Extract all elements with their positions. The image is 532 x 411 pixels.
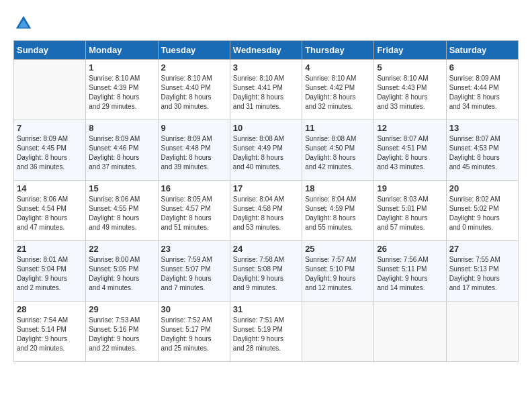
week-row-1: 7Sunrise: 8:09 AM Sunset: 4:45 PM Daylig… (14, 120, 519, 181)
day-info: Sunrise: 7:57 AM Sunset: 5:10 PM Dayligh… (305, 255, 371, 293)
calendar-cell: 13Sunrise: 8:07 AM Sunset: 4:53 PM Dayli… (446, 120, 518, 181)
day-number: 20 (449, 183, 515, 193)
day-info: Sunrise: 8:10 AM Sunset: 4:42 PM Dayligh… (305, 74, 371, 111)
calendar-cell: 3Sunrise: 8:10 AM Sunset: 4:41 PM Daylig… (230, 60, 302, 120)
calendar-cell: 29Sunrise: 7:53 AM Sunset: 5:16 PM Dayli… (86, 302, 158, 362)
day-info: Sunrise: 8:03 AM Sunset: 5:01 PM Dayligh… (377, 195, 443, 232)
calendar-cell: 2Sunrise: 8:10 AM Sunset: 4:40 PM Daylig… (158, 60, 230, 120)
weekday-thursday: Thursday (302, 41, 374, 60)
calendar-cell: 5Sunrise: 8:10 AM Sunset: 4:43 PM Daylig… (374, 60, 446, 120)
calendar-cell: 30Sunrise: 7:52 AM Sunset: 5:17 PM Dayli… (158, 302, 230, 362)
calendar-cell: 15Sunrise: 8:06 AM Sunset: 4:55 PM Dayli… (86, 181, 158, 241)
calendar-cell: 4Sunrise: 8:10 AM Sunset: 4:42 PM Daylig… (302, 60, 374, 120)
day-number: 27 (449, 244, 515, 254)
calendar-cell: 22Sunrise: 8:00 AM Sunset: 5:05 PM Dayli… (86, 241, 158, 302)
calendar-cell: 8Sunrise: 8:09 AM Sunset: 4:46 PM Daylig… (86, 120, 158, 181)
day-info: Sunrise: 7:55 AM Sunset: 5:13 PM Dayligh… (449, 255, 515, 293)
calendar-cell: 10Sunrise: 8:08 AM Sunset: 4:49 PM Dayli… (230, 120, 302, 181)
calendar-cell: 28Sunrise: 7:54 AM Sunset: 5:14 PM Dayli… (14, 302, 86, 362)
day-info: Sunrise: 8:07 AM Sunset: 4:53 PM Dayligh… (449, 134, 515, 172)
calendar-cell: 9Sunrise: 8:09 AM Sunset: 4:48 PM Daylig… (158, 120, 230, 181)
day-info: Sunrise: 8:08 AM Sunset: 4:49 PM Dayligh… (233, 134, 299, 172)
week-row-3: 21Sunrise: 8:01 AM Sunset: 5:04 PM Dayli… (14, 241, 519, 302)
calendar-body: 1Sunrise: 8:10 AM Sunset: 4:39 PM Daylig… (14, 60, 519, 362)
day-number: 24 (233, 244, 299, 254)
weekday-header-row: SundayMondayTuesdayWednesdayThursdayFrid… (14, 41, 519, 60)
calendar-cell: 31Sunrise: 7:51 AM Sunset: 5:19 PM Dayli… (230, 302, 302, 362)
weekday-saturday: Saturday (446, 41, 518, 60)
day-info: Sunrise: 7:59 AM Sunset: 5:07 PM Dayligh… (161, 255, 227, 293)
calendar-cell (446, 302, 518, 362)
calendar-cell: 27Sunrise: 7:55 AM Sunset: 5:13 PM Dayli… (446, 241, 518, 302)
day-number: 21 (17, 244, 83, 254)
calendar-cell: 16Sunrise: 8:05 AM Sunset: 4:57 PM Dayli… (158, 181, 230, 241)
day-info: Sunrise: 8:04 AM Sunset: 4:58 PM Dayligh… (233, 195, 299, 232)
day-info: Sunrise: 8:09 AM Sunset: 4:48 PM Dayligh… (161, 134, 227, 172)
day-number: 11 (305, 123, 371, 133)
day-number: 13 (449, 123, 515, 133)
day-info: Sunrise: 8:07 AM Sunset: 4:51 PM Dayligh… (377, 134, 443, 172)
day-number: 17 (233, 183, 299, 193)
day-number: 4 (305, 62, 371, 73)
calendar-cell: 19Sunrise: 8:03 AM Sunset: 5:01 PM Dayli… (374, 181, 446, 241)
day-number: 26 (377, 244, 443, 254)
day-number: 5 (377, 62, 443, 73)
day-number: 18 (305, 183, 371, 193)
day-info: Sunrise: 8:10 AM Sunset: 4:41 PM Dayligh… (233, 74, 299, 111)
weekday-friday: Friday (374, 41, 446, 60)
day-number: 12 (377, 123, 443, 133)
day-info: Sunrise: 8:04 AM Sunset: 4:59 PM Dayligh… (305, 195, 371, 232)
calendar-cell: 25Sunrise: 7:57 AM Sunset: 5:10 PM Dayli… (302, 241, 374, 302)
calendar-table: SundayMondayTuesdayWednesdayThursdayFrid… (13, 40, 519, 362)
calendar-cell: 20Sunrise: 8:02 AM Sunset: 5:02 PM Dayli… (446, 181, 518, 241)
day-number: 6 (449, 62, 515, 73)
day-number: 28 (17, 304, 83, 314)
calendar-cell: 21Sunrise: 8:01 AM Sunset: 5:04 PM Dayli… (14, 241, 86, 302)
day-info: Sunrise: 8:00 AM Sunset: 5:05 PM Dayligh… (89, 255, 154, 293)
day-info: Sunrise: 8:10 AM Sunset: 4:40 PM Dayligh… (161, 74, 227, 111)
calendar-cell: 18Sunrise: 8:04 AM Sunset: 4:59 PM Dayli… (302, 181, 374, 241)
weekday-monday: Monday (86, 41, 158, 60)
calendar-cell: 11Sunrise: 8:08 AM Sunset: 4:50 PM Dayli… (302, 120, 374, 181)
day-info: Sunrise: 8:09 AM Sunset: 4:44 PM Dayligh… (449, 74, 515, 111)
calendar-cell: 1Sunrise: 8:10 AM Sunset: 4:39 PM Daylig… (86, 60, 158, 120)
calendar-cell (14, 60, 86, 120)
day-number: 16 (161, 183, 227, 193)
day-info: Sunrise: 7:54 AM Sunset: 5:14 PM Dayligh… (17, 316, 83, 353)
day-info: Sunrise: 7:51 AM Sunset: 5:19 PM Dayligh… (233, 316, 299, 353)
day-number: 19 (377, 183, 443, 193)
day-info: Sunrise: 7:52 AM Sunset: 5:17 PM Dayligh… (161, 316, 227, 353)
day-info: Sunrise: 7:53 AM Sunset: 5:16 PM Dayligh… (89, 316, 154, 353)
calendar-cell: 24Sunrise: 7:58 AM Sunset: 5:08 PM Dayli… (230, 241, 302, 302)
day-number: 14 (17, 183, 83, 193)
day-info: Sunrise: 8:08 AM Sunset: 4:50 PM Dayligh… (305, 134, 371, 172)
weekday-wednesday: Wednesday (230, 41, 302, 60)
weekday-sunday: Sunday (14, 41, 86, 60)
week-row-0: 1Sunrise: 8:10 AM Sunset: 4:39 PM Daylig… (14, 60, 519, 120)
week-row-2: 14Sunrise: 8:06 AM Sunset: 4:54 PM Dayli… (14, 181, 519, 241)
day-number: 31 (233, 304, 299, 314)
weekday-tuesday: Tuesday (158, 41, 230, 60)
page-header (13, 13, 519, 34)
day-number: 30 (161, 304, 227, 314)
logo (13, 13, 35, 34)
day-number: 7 (17, 123, 83, 133)
day-info: Sunrise: 8:06 AM Sunset: 4:54 PM Dayligh… (17, 195, 83, 232)
calendar-cell: 7Sunrise: 8:09 AM Sunset: 4:45 PM Daylig… (14, 120, 86, 181)
day-number: 1 (89, 62, 154, 73)
calendar-cell: 17Sunrise: 8:04 AM Sunset: 4:58 PM Dayli… (230, 181, 302, 241)
day-info: Sunrise: 8:01 AM Sunset: 5:04 PM Dayligh… (17, 255, 83, 293)
day-number: 10 (233, 123, 299, 133)
day-info: Sunrise: 8:05 AM Sunset: 4:57 PM Dayligh… (161, 195, 227, 232)
logo-icon (13, 13, 34, 34)
calendar-cell: 12Sunrise: 8:07 AM Sunset: 4:51 PM Dayli… (374, 120, 446, 181)
day-number: 15 (89, 183, 154, 193)
week-row-4: 28Sunrise: 7:54 AM Sunset: 5:14 PM Dayli… (14, 302, 519, 362)
day-number: 22 (89, 244, 154, 254)
day-number: 8 (89, 123, 154, 133)
day-number: 29 (89, 304, 154, 314)
day-number: 9 (161, 123, 227, 133)
day-number: 2 (161, 62, 227, 73)
day-info: Sunrise: 8:10 AM Sunset: 4:43 PM Dayligh… (377, 74, 443, 111)
day-info: Sunrise: 7:58 AM Sunset: 5:08 PM Dayligh… (233, 255, 299, 293)
